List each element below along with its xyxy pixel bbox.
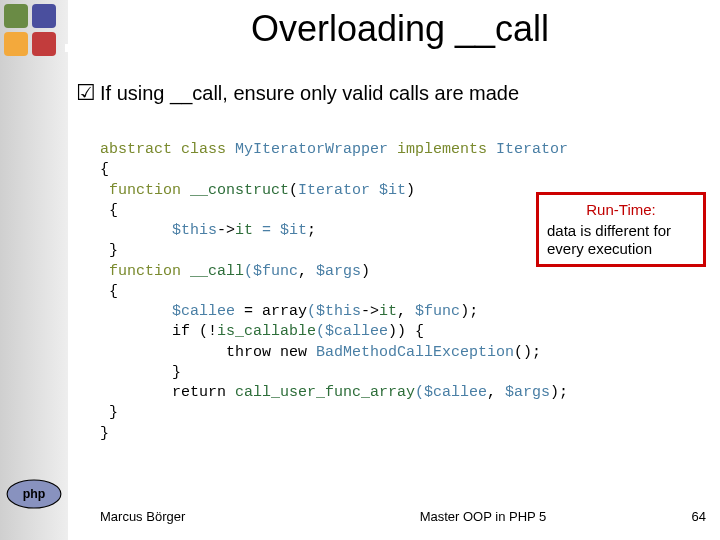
code-func: __construct (190, 182, 289, 199)
svg-text:php: php (23, 487, 46, 501)
code-class: IteratorWrapper (253, 141, 397, 158)
footer-author: Marcus Börger (100, 509, 320, 524)
code-keyword: function (100, 182, 190, 199)
footer-title: Master OOP in PHP 5 (320, 509, 646, 524)
code-var: ($callee (316, 323, 388, 340)
code-text: { (100, 283, 118, 300)
code-text: return (100, 384, 235, 401)
code-var: = $it (262, 222, 307, 239)
code-class: Iterator (298, 182, 379, 199)
bullet-text: If using __call, ensure only valid calls… (100, 82, 519, 105)
code-keyword: implements (397, 141, 496, 158)
code-text: ; (307, 222, 316, 239)
code-text: ) (406, 182, 415, 199)
code-text: if (! (100, 323, 217, 340)
logo-square-red (32, 32, 56, 56)
left-strip: php (0, 0, 68, 540)
code-var: ($callee (415, 384, 487, 401)
logo-square-blue (32, 4, 56, 28)
code-keyword: function (100, 263, 190, 280)
code-func: call_user_func_array (235, 384, 415, 401)
bar-icon (65, 44, 68, 52)
php-logo-icon: php (6, 478, 62, 510)
logo-squares (4, 4, 60, 60)
code-class: My (235, 141, 253, 158)
code-prop: it (235, 222, 262, 239)
code-text: } (100, 425, 109, 442)
code-var: $it (379, 182, 406, 199)
code-text: { (100, 202, 118, 219)
logo-square-orange (4, 32, 28, 56)
footer: Marcus Börger Master OOP in PHP 5 64 (100, 509, 706, 524)
code-func: __call (190, 263, 244, 280)
code-text: ); (550, 384, 568, 401)
code-var: ($func (244, 263, 298, 280)
code-func: is_callable (217, 323, 316, 340)
code-text: , (397, 303, 415, 320)
slide-title: Overloading __call (90, 8, 710, 50)
code-text: = array (244, 303, 307, 320)
code-var: $args (316, 263, 361, 280)
code-class: Iterator (496, 141, 568, 158)
slide: php Overloading __call ☑ If using __call… (0, 0, 720, 540)
code-class: BadMethodCallException (316, 344, 514, 361)
code-var: $args (505, 384, 550, 401)
code-text: ); (460, 303, 478, 320)
logo-square-green (4, 4, 28, 28)
callout-box: Run-Time: data is different for every ex… (536, 192, 706, 267)
code-text: )) { (388, 323, 424, 340)
code-keyword: abstract class (100, 141, 235, 158)
code-var: $func (415, 303, 460, 320)
code-text: } (100, 404, 118, 421)
callout-title: Run-Time: (547, 201, 695, 218)
bar-icon (80, 34, 83, 52)
bar-icon (75, 42, 78, 52)
code-var: $callee (100, 303, 244, 320)
code-text: ( (289, 182, 298, 199)
code-text: -> (217, 222, 235, 239)
checkmark-icon: ☑ (76, 80, 96, 106)
footer-page: 64 (646, 509, 706, 524)
code-text: ) (361, 263, 370, 280)
bar-icon (70, 38, 73, 52)
code-text: , (298, 263, 316, 280)
code-text: (); (514, 344, 541, 361)
callout-body: data is different for every execution (547, 222, 695, 258)
code-text: throw new (100, 344, 316, 361)
code-text: } (100, 242, 118, 259)
code-var: ($this (307, 303, 361, 320)
code-var: $this (100, 222, 217, 239)
code-prop: it (379, 303, 397, 320)
code-text: , (487, 384, 505, 401)
code-text: } (100, 364, 181, 381)
code-block: abstract class MyIteratorWrapper impleme… (100, 140, 700, 444)
code-text: -> (361, 303, 379, 320)
code-text: { (100, 161, 109, 178)
